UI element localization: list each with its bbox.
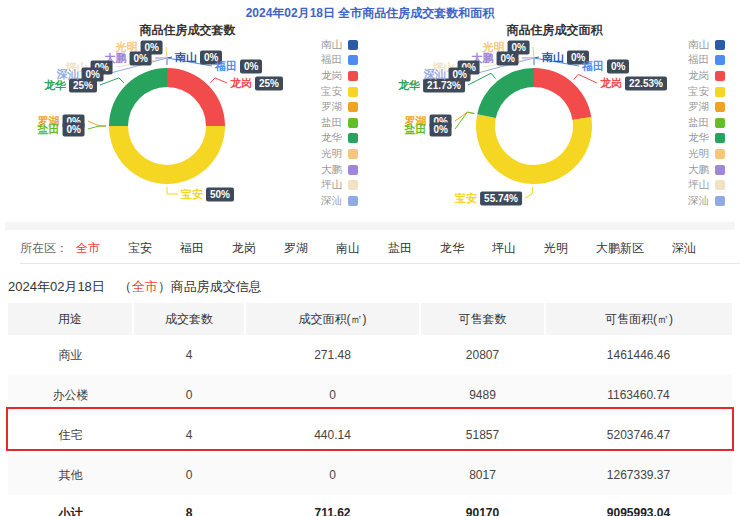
pie-label-name: 南山 xyxy=(542,50,564,65)
legend-item-盐田[interactable]: 盐田 xyxy=(321,115,358,131)
legend-item-罗湖[interactable]: 罗湖 xyxy=(688,99,725,115)
legend-swatch xyxy=(348,118,358,128)
legend-label: 罗湖 xyxy=(321,100,342,114)
legend-swatch xyxy=(715,165,725,175)
legend-item-龙岗[interactable]: 龙岗 xyxy=(688,68,725,84)
legend-item-罗湖[interactable]: 罗湖 xyxy=(321,99,358,115)
chart-transaction-count: 商品住房成交套数 南山0%福田0%龙岗25%宝安50%罗湖0%盐田0%龙华25%… xyxy=(5,22,370,220)
table-cell: 20807 xyxy=(420,335,545,375)
legend-swatch xyxy=(715,133,725,143)
pie-label-福田: 福田0% xyxy=(582,59,629,74)
legend-label: 福田 xyxy=(688,53,709,67)
legend-item-盐田[interactable]: 盐田 xyxy=(688,115,725,131)
pie-label-name: 福田 xyxy=(582,59,604,74)
pie-label-name: 宝安 xyxy=(181,187,203,202)
table-cell: 商业 xyxy=(8,335,133,375)
legend-label: 龙岗 xyxy=(688,69,709,83)
legend-swatch xyxy=(348,40,358,50)
table-cell: 90170 xyxy=(420,495,545,516)
section-separator xyxy=(5,222,735,230)
filter-item-南山[interactable]: 南山 xyxy=(336,240,360,257)
legend-item-福田[interactable]: 福田 xyxy=(321,53,358,69)
legend-item-光明[interactable]: 光明 xyxy=(321,146,358,162)
filter-item-深汕[interactable]: 深汕 xyxy=(672,240,696,257)
pie-label-name: 宝安 xyxy=(455,191,477,206)
pie-label-value: 0% xyxy=(449,67,471,81)
legend-swatch xyxy=(348,102,358,112)
legend-item-深汕[interactable]: 深汕 xyxy=(321,193,358,209)
pie-label-line xyxy=(88,126,106,129)
pie-label-name: 龙岗 xyxy=(600,76,622,91)
filter-item-龙岗[interactable]: 龙岗 xyxy=(232,240,256,257)
pie-label-name: 盐田 xyxy=(405,122,427,137)
pie-label-name: 福田 xyxy=(215,59,237,74)
filter-item-宝安[interactable]: 宝安 xyxy=(128,240,152,257)
table-cell: 办公楼 xyxy=(8,375,133,415)
chart-legend: 南山福田龙岗宝安罗湖盐田龙华光明大鹏坪山深汕 xyxy=(688,37,725,209)
chart-legend: 南山福田龙岗宝安罗湖盐田龙华光明大鹏坪山深汕 xyxy=(321,37,358,209)
legend-item-光明[interactable]: 光明 xyxy=(688,146,725,162)
table-cell: 8 xyxy=(133,495,245,516)
legend-item-深汕[interactable]: 深汕 xyxy=(688,193,725,209)
legend-label: 盐田 xyxy=(688,116,709,130)
legend-item-宝安[interactable]: 宝安 xyxy=(321,84,358,100)
legend-swatch xyxy=(348,71,358,81)
pie-label-value: 0% xyxy=(240,59,262,73)
legend-item-龙华[interactable]: 龙华 xyxy=(688,131,725,147)
legend-item-大鹏[interactable]: 大鹏 xyxy=(321,162,358,178)
legend-swatch xyxy=(715,55,725,65)
pie-slice-宝安[interactable] xyxy=(109,126,225,184)
table-cell: 711.62 xyxy=(245,495,420,516)
pie-label-value: 0% xyxy=(130,51,152,65)
table-header-cell: 可售面积(㎡) xyxy=(545,303,732,335)
legend-item-龙华[interactable]: 龙华 xyxy=(321,131,358,147)
legend-item-龙岗[interactable]: 龙岗 xyxy=(321,68,358,84)
legend-swatch xyxy=(348,196,358,206)
pie-slice-龙岗[interactable] xyxy=(167,68,225,126)
filter-item-福田[interactable]: 福田 xyxy=(180,240,204,257)
legend-swatch xyxy=(715,87,725,97)
table-row-商业: 商业4271.48208071461446.46 xyxy=(8,335,732,375)
legend-label: 罗湖 xyxy=(688,100,709,114)
pie-label-value: 0% xyxy=(63,122,85,136)
legend-item-坪山[interactable]: 坪山 xyxy=(688,177,725,193)
table-cell: 0 xyxy=(133,455,245,495)
pie-label-name: 深汕 xyxy=(57,67,79,82)
table-row-其他: 其他0080171267339.37 xyxy=(8,455,732,495)
legend-swatch xyxy=(715,149,725,159)
filter-item-光明[interactable]: 光明 xyxy=(544,240,568,257)
table-cell: 住宅 xyxy=(8,415,133,455)
filter-item-盐田[interactable]: 盐田 xyxy=(388,240,412,257)
legend-item-南山[interactable]: 南山 xyxy=(688,37,725,53)
legend-item-福田[interactable]: 福田 xyxy=(688,53,725,69)
pie-slice-宝安[interactable] xyxy=(476,114,592,184)
legend-label: 南山 xyxy=(688,38,709,52)
table-cell: 440.14 xyxy=(245,415,420,455)
table-cell: 8017 xyxy=(420,455,545,495)
transactions-table: 用途成交套数成交面积(㎡)可售套数可售面积(㎡) 商业4271.48208071… xyxy=(8,303,732,516)
legend-item-宝安[interactable]: 宝安 xyxy=(688,84,725,100)
table-header-cell: 成交套数 xyxy=(133,303,245,335)
pie-label-龙岗: 龙岗22.53% xyxy=(600,76,667,91)
legend-item-大鹏[interactable]: 大鹏 xyxy=(688,162,725,178)
section-scope: 全市 xyxy=(132,279,158,294)
filter-item-大鹏新区[interactable]: 大鹏新区 xyxy=(596,240,644,257)
pie-slice-龙岗[interactable] xyxy=(534,68,591,120)
filter-item-罗湖[interactable]: 罗湖 xyxy=(284,240,308,257)
pie-label-盐田: 盐田0% xyxy=(405,122,452,137)
filter-item-坪山[interactable]: 坪山 xyxy=(492,240,516,257)
filter-item-龙华[interactable]: 龙华 xyxy=(440,240,464,257)
pie-label-福田: 福田0% xyxy=(215,59,262,74)
table-row-住宅: 住宅4440.14518575203746.47 xyxy=(8,415,732,455)
legend-item-南山[interactable]: 南山 xyxy=(321,37,358,53)
pie-label-value: 0% xyxy=(82,67,104,81)
page-title: 2024年02月18日 全市商品住房成交套数和面积 xyxy=(0,5,740,22)
legend-swatch xyxy=(348,133,358,143)
legend-item-坪山[interactable]: 坪山 xyxy=(321,177,358,193)
legend-label: 龙华 xyxy=(688,131,709,145)
pie-slice-龙华[interactable] xyxy=(109,68,167,126)
filter-item-全市[interactable]: 全市 xyxy=(76,240,100,257)
pie-label-宝安: 宝安55.74% xyxy=(455,191,522,206)
pie-label-line xyxy=(167,187,178,194)
legend-swatch xyxy=(348,149,358,159)
